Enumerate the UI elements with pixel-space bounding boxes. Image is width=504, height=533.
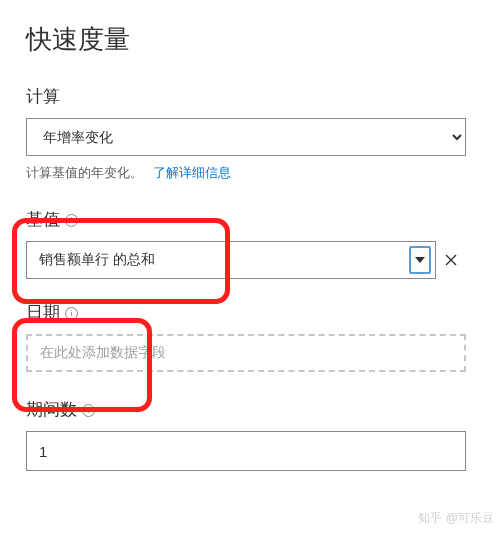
calc-label-text: 计算 [26, 85, 60, 108]
date-label: 日期 [26, 301, 478, 324]
periods-input[interactable] [26, 431, 466, 471]
info-icon[interactable] [65, 307, 78, 320]
calc-label: 计算 [26, 85, 478, 108]
watermark: 知乎 @可乐豆 [418, 510, 494, 527]
date-label-text: 日期 [26, 301, 60, 324]
periods-label-text: 期间数 [26, 398, 77, 421]
learn-more-link[interactable]: 了解详细信息 [153, 165, 231, 180]
chevron-down-icon[interactable] [409, 246, 431, 274]
date-dropzone[interactable]: 在此处添加数据字段 [26, 334, 466, 372]
base-value-field[interactable]: 销售额单行 的总和 [26, 241, 436, 279]
info-icon[interactable] [65, 214, 78, 227]
calc-select[interactable]: 年增率变化 [26, 118, 466, 156]
info-icon[interactable] [82, 404, 95, 417]
calc-description: 计算基值的年变化。 [26, 165, 143, 180]
base-label: 基值 [26, 208, 478, 231]
page-title: 快速度量 [26, 22, 478, 57]
base-label-text: 基值 [26, 208, 60, 231]
date-placeholder: 在此处添加数据字段 [40, 344, 166, 362]
base-value-text: 销售额单行 的总和 [39, 251, 409, 269]
close-icon[interactable] [436, 241, 466, 279]
periods-label: 期间数 [26, 398, 478, 421]
